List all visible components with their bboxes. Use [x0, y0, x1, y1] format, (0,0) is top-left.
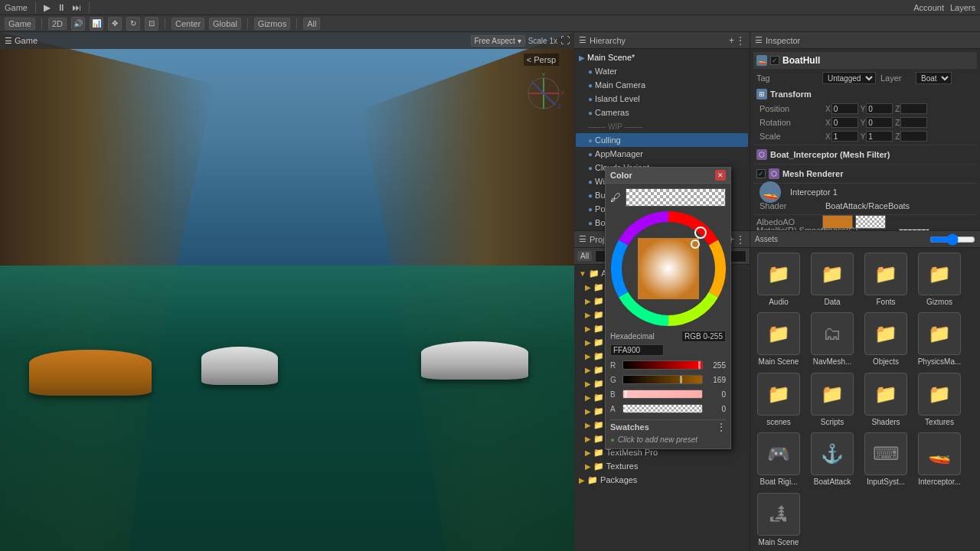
- view-2d-btn[interactable]: 2D: [48, 18, 67, 30]
- hierarchy-add-btn[interactable]: +: [729, 35, 734, 46]
- pos-z-field[interactable]: [900, 103, 927, 114]
- hierarchy-item[interactable]: ------- WIP -------: [576, 119, 748, 133]
- asset-item[interactable]: 📁 Fonts: [862, 253, 910, 306]
- slider-r[interactable]: [622, 360, 703, 370]
- pos-x-field[interactable]: [831, 103, 858, 114]
- rot-x-lbl: X: [825, 119, 831, 127]
- cp-mode-select[interactable]: RGB 0-255: [681, 331, 726, 342]
- color-picker-close-btn[interactable]: ✕: [715, 170, 726, 181]
- rot-z-field[interactable]: [900, 117, 927, 128]
- layers-label[interactable]: Layers: [950, 3, 975, 12]
- meshrenderer-component: ⬡ Mesh Renderer: [753, 165, 977, 184]
- asset-item[interactable]: 📁 Audio: [755, 253, 802, 306]
- active-checkbox[interactable]: [770, 56, 779, 65]
- asset-icon-interceptor: 🚤: [918, 432, 961, 475]
- assets-size-slider[interactable]: [929, 236, 975, 243]
- rot-y-field[interactable]: [866, 117, 893, 128]
- scl-x-field[interactable]: [831, 131, 858, 142]
- scl-y-field[interactable]: [866, 131, 893, 142]
- asset-item[interactable]: 📁 Objects: [862, 312, 910, 366]
- scl-z-field[interactable]: [900, 131, 927, 142]
- layer-dropdown[interactable]: Boat: [916, 72, 952, 84]
- hex-input[interactable]: [610, 344, 664, 356]
- asset-item[interactable]: ⌨ InputSyst...: [862, 432, 910, 486]
- hierarchy-item[interactable]: ▶Main Scene*: [576, 51, 748, 64]
- asset-label: Main Scene: [759, 357, 799, 366]
- move-icon[interactable]: ✥: [108, 17, 122, 31]
- top-panels: ☰ Hierarchy + ⋮ ▶Main Scene*●Water●Main …: [574, 32, 980, 231]
- aspect-btn[interactable]: Free Aspect ▾: [471, 35, 525, 47]
- asset-item[interactable]: 🚤 Interceptor...: [916, 432, 963, 486]
- scene-canvas[interactable]: ☰ Game Free Aspect ▾ Scale 1x ⛶ Y X Z: [0, 32, 574, 551]
- tag-label: Tag: [756, 73, 818, 83]
- asset-icon-folder: 📁: [757, 312, 800, 355]
- center-btn[interactable]: Center: [172, 18, 204, 30]
- cp-wheel-container[interactable]: [611, 211, 726, 326]
- pos-y-field[interactable]: [866, 103, 893, 114]
- meshrenderer-checkbox[interactable]: [756, 169, 766, 178]
- asset-item[interactable]: 🗂 NavMesh...: [808, 312, 856, 366]
- asset-item[interactable]: ⚓ BoatAttack: [808, 432, 856, 486]
- asset-item[interactable]: 📁 Textures: [916, 373, 963, 426]
- position-row: Position X Y: [756, 102, 974, 116]
- all-filter-btn[interactable]: All: [577, 251, 592, 261]
- scale-label: Scale: [760, 132, 821, 141]
- hierarchy-item[interactable]: ●AppManager: [576, 147, 748, 161]
- metallic-texture-swatch[interactable]: [899, 229, 929, 230]
- gizmos-btn[interactable]: Gizmos: [254, 18, 290, 30]
- step-icon[interactable]: ⏭: [72, 2, 81, 13]
- asset-item[interactable]: 📁 Shaders: [862, 373, 910, 426]
- pos-z-lbl: Z: [895, 105, 900, 113]
- slider-a-val: 0: [706, 405, 726, 413]
- asset-item[interactable]: 🎮 Boat Rigi...: [755, 432, 802, 486]
- hierarchy-item[interactable]: ●Main Camera: [576, 78, 748, 92]
- game-btn[interactable]: Game: [5, 18, 35, 30]
- asset-label: Data: [824, 298, 840, 306]
- play-icon[interactable]: ▶: [44, 2, 51, 13]
- add-preset-label[interactable]: Click to add new preset: [618, 435, 697, 444]
- swatches-label: Swatches: [610, 422, 649, 432]
- tree-item[interactable]: ▶📁 Packages: [576, 473, 748, 487]
- shader-row: Shader BoatAttack/RaceBoats: [756, 199, 974, 213]
- scale-icon[interactable]: ⊡: [145, 17, 158, 31]
- material-preview: 🚤: [760, 181, 781, 203]
- asset-item[interactable]: 📁 PhysicsMa...: [916, 312, 963, 366]
- slider-g[interactable]: [622, 375, 703, 384]
- asset-item[interactable]: 📁 Main Scene: [755, 312, 802, 366]
- transform-header: ⊞ Transform: [756, 86, 974, 102]
- hierarchy-item[interactable]: ●Culling: [576, 133, 748, 147]
- asset-item[interactable]: 📁 Scripts: [808, 373, 856, 426]
- slider-b[interactable]: [622, 390, 703, 399]
- swatches-menu-btn[interactable]: ⋮: [717, 422, 726, 432]
- hierarchy-item[interactable]: ●Water: [576, 64, 748, 78]
- rot-x-field[interactable]: [831, 117, 858, 128]
- asset-icon-folder: 📁: [918, 253, 961, 295]
- asset-item[interactable]: 🏞 Main Scene: [755, 493, 802, 546]
- all-btn[interactable]: All: [303, 18, 320, 30]
- stats-icon[interactable]: 📊: [90, 17, 103, 31]
- eyedropper-icon[interactable]: 🖋: [610, 191, 621, 204]
- hierarchy-item[interactable]: ●Cameras: [576, 106, 748, 119]
- slider-a[interactable]: [622, 404, 703, 413]
- tree-item[interactable]: ▶📁 Textures: [576, 459, 748, 473]
- asset-item[interactable]: 📁 Data: [808, 253, 856, 306]
- meshfilter-icon: ⬡: [756, 149, 767, 160]
- scene-view[interactable]: ☰ Game Free Aspect ▾ Scale 1x ⛶ Y X Z: [0, 32, 574, 551]
- sound-icon[interactable]: 🔊: [71, 17, 85, 31]
- global-btn[interactable]: Global: [209, 18, 241, 30]
- account-label[interactable]: Account: [913, 3, 944, 12]
- pause-icon[interactable]: ⏸: [57, 2, 66, 13]
- hierarchy-menu-btn[interactable]: ⋮: [736, 35, 745, 46]
- metallic-label: Metallic(R) Smoothness(G) Colouring(B, A…: [756, 226, 894, 230]
- assets-header: Assets: [750, 231, 980, 248]
- transform-component: ⊞ Transform Position X Y: [753, 85, 977, 145]
- project-menu-btn[interactable]: ⋮: [736, 234, 745, 245]
- slider-a-row: A 0: [610, 403, 726, 415]
- hierarchy-item[interactable]: ●Island Level: [576, 92, 748, 106]
- asset-icon-folder: 📁: [864, 253, 907, 295]
- rotate-icon[interactable]: ↻: [126, 17, 140, 31]
- asset-item[interactable]: 📁 Gizmos: [916, 253, 963, 306]
- asset-item[interactable]: 📁 scenes: [755, 373, 802, 426]
- maximize-btn[interactable]: ⛶: [560, 35, 570, 46]
- tag-dropdown[interactable]: Untagged: [822, 72, 876, 84]
